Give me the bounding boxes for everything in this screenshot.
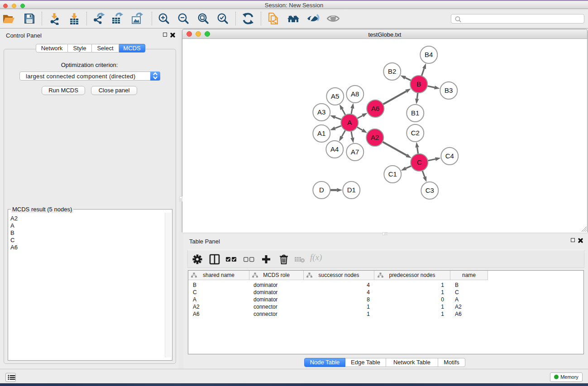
svg-text:B1: B1 <box>411 109 419 117</box>
svg-text:A6: A6 <box>371 105 379 112</box>
svg-text:A4: A4 <box>330 145 339 153</box>
svg-text:B3: B3 <box>445 86 453 94</box>
svg-text:C2: C2 <box>411 129 420 137</box>
svg-text:A2: A2 <box>371 133 379 141</box>
svg-text:A3: A3 <box>317 108 325 116</box>
svg-text:A8: A8 <box>351 90 359 98</box>
svg-text:A1: A1 <box>317 129 325 137</box>
svg-text:C1: C1 <box>388 170 397 178</box>
svg-text:C3: C3 <box>425 186 434 194</box>
svg-text:A: A <box>347 119 352 126</box>
svg-text:B: B <box>416 80 421 88</box>
svg-text:A7: A7 <box>351 148 359 156</box>
svg-text:C: C <box>417 158 422 166</box>
svg-text:B2: B2 <box>388 67 396 75</box>
svg-text:A5: A5 <box>331 92 339 100</box>
svg-text:D: D <box>319 186 324 194</box>
svg-text:B4: B4 <box>425 51 433 58</box>
svg-text:C4: C4 <box>445 152 454 160</box>
svg-text:D1: D1 <box>347 186 356 194</box>
